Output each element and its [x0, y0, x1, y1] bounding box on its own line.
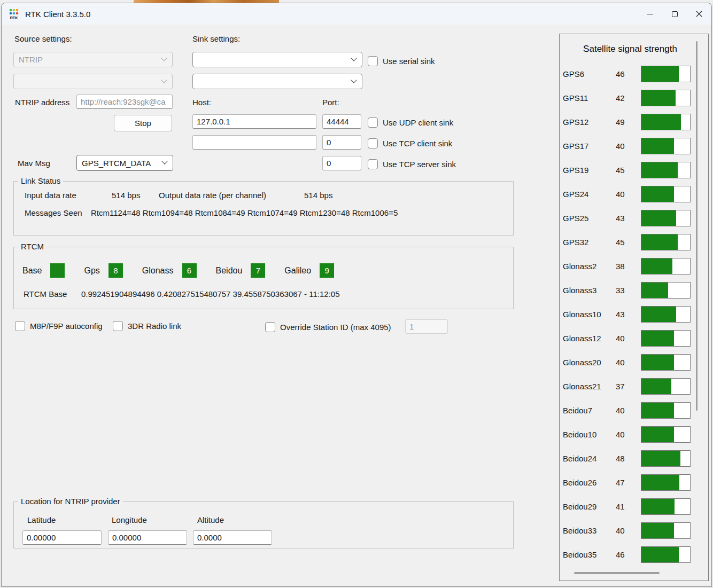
- window-controls: [638, 3, 711, 25]
- satellite-row: GPS12 49: [560, 110, 708, 134]
- rtcm-indicator-label: Beidou: [216, 266, 243, 276]
- minimize-button[interactable]: [638, 3, 662, 25]
- m8p-f9p-autoconfig-checkbox[interactable]: M8P/F9P autoconfig: [15, 321, 103, 331]
- rtcm-indicator-label: Gps: [84, 266, 99, 276]
- satellite-row: GPS6 46: [560, 62, 708, 86]
- satellite-row: Glonass21 37: [560, 374, 708, 398]
- chevron-down-icon: [351, 55, 356, 61]
- satellite-bar-fill: [641, 451, 680, 466]
- use-tcp-server-sink-label: Use TCP server sink: [383, 160, 456, 169]
- rtcm-indicator-box: [50, 263, 65, 278]
- source-port-select[interactable]: [13, 74, 173, 89]
- altitude-input[interactable]: [193, 530, 272, 545]
- link-status-group: Link Status Input data rate 514 bps Outp…: [13, 181, 514, 236]
- satellite-value: 43: [616, 214, 641, 223]
- use-udp-client-sink-label: Use UDP client sink: [383, 118, 453, 127]
- satellite-row: Glonass10 43: [560, 302, 708, 326]
- override-station-id-input[interactable]: [405, 319, 448, 334]
- satellite-value: 40: [616, 142, 641, 151]
- satellite-name: GPS32: [563, 238, 616, 247]
- satellite-name: Beidou24: [563, 454, 616, 463]
- close-button[interactable]: [687, 3, 711, 25]
- satellite-name: GPS24: [563, 190, 616, 199]
- satellite-name: Beidou33: [563, 526, 616, 535]
- 3dr-radio-link-label: 3DR Radio link: [128, 322, 181, 331]
- rtcm-indicators: Base Gps 8 Glonass 6 Beidou 7 Galileo 9: [22, 263, 353, 278]
- rtcm-indicator-box: 8: [108, 263, 123, 278]
- satellite-bar-fill: [641, 258, 672, 274]
- link-status-title: Link Status: [18, 176, 63, 185]
- satellite-signal-bar: [641, 498, 691, 515]
- chevron-down-icon: [161, 77, 167, 83]
- use-tcp-client-sink-label: Use TCP client sink: [383, 139, 452, 148]
- satellite-value: 40: [616, 190, 641, 199]
- satellite-signal-bar: [641, 234, 691, 250]
- override-station-id-label: Override Station ID (max 4095): [280, 323, 391, 332]
- mav-msg-select[interactable]: GPS_RTCM_DATA: [76, 155, 173, 171]
- latitude-input[interactable]: [22, 530, 102, 545]
- rtcm-indicator-box: 7: [251, 263, 265, 278]
- tcp-server-port-input[interactable]: [322, 156, 361, 170]
- horizontal-scrollbar[interactable]: [574, 572, 660, 574]
- sink-serial-port-select[interactable]: [192, 52, 362, 67]
- satellite-name: Beidou10: [563, 430, 616, 439]
- sink-baud-select[interactable]: [192, 74, 362, 89]
- satellite-row: Glonass20 40: [560, 350, 708, 374]
- satellite-bar-fill: [641, 162, 678, 178]
- checkbox-box: [15, 321, 25, 331]
- satellite-bar-fill: [641, 138, 674, 154]
- udp-host-input[interactable]: [192, 114, 316, 129]
- source-type-select[interactable]: NTRIP: [13, 52, 173, 67]
- satellite-bar-fill: [641, 427, 674, 442]
- rtcm-indicator: Glonass 6: [142, 263, 197, 278]
- satellite-value: 45: [616, 166, 641, 175]
- satellite-bar-fill: [641, 379, 671, 394]
- satellite-name: Beidou29: [563, 502, 616, 511]
- vertical-scrollbar[interactable]: [696, 41, 698, 411]
- satellite-signal-bar: [641, 522, 691, 539]
- satellite-name: Beidou35: [563, 550, 616, 559]
- override-station-id-checkbox[interactable]: Override Station ID (max 4095): [265, 322, 391, 332]
- longitude-input[interactable]: [108, 530, 187, 545]
- rtcm-indicator-label: Base: [22, 266, 42, 276]
- ntrip-address-input[interactable]: [76, 95, 173, 109]
- use-serial-sink-label: Use serial sink: [383, 57, 435, 66]
- app-icon: RTK: [8, 8, 20, 20]
- input-data-rate-label: Input data rate: [25, 191, 76, 200]
- satellite-name: Glonass2: [563, 262, 616, 271]
- satellite-signal-bar: [641, 66, 691, 82]
- m8p-f9p-autoconfig-label: M8P/F9P autoconfig: [30, 322, 103, 331]
- rtcm-indicator-label: Galileo: [284, 266, 311, 276]
- use-udp-client-sink-checkbox[interactable]: Use UDP client sink: [368, 117, 453, 128]
- satellite-row: GPS24 40: [560, 182, 708, 206]
- satellite-row: GPS11 42: [560, 86, 708, 110]
- input-data-rate-value: 514 bps: [112, 191, 140, 200]
- checkbox-box: [368, 138, 378, 148]
- satellite-bar-fill: [641, 90, 676, 106]
- satellite-value: 41: [616, 502, 641, 511]
- satellite-signal-bar: [641, 162, 691, 178]
- satellite-signal-bar: [641, 210, 691, 226]
- stop-button[interactable]: Stop: [114, 115, 172, 131]
- udp-port-input[interactable]: [322, 114, 361, 129]
- tcp-client-host-input[interactable]: [192, 135, 316, 150]
- rtcm-indicator: Beidou 7: [216, 263, 266, 278]
- use-serial-sink-checkbox[interactable]: Use serial sink: [368, 56, 435, 66]
- use-tcp-server-sink-checkbox[interactable]: Use TCP server sink: [368, 159, 456, 169]
- satellite-bar-fill: [641, 66, 679, 82]
- chevron-down-icon: [161, 55, 167, 61]
- satellite-row: Glonass12 40: [560, 326, 708, 350]
- rtcm-base-label: RTCM Base: [24, 289, 67, 299]
- satellite-row: Beidou10 40: [560, 422, 708, 446]
- use-tcp-client-sink-checkbox[interactable]: Use TCP client sink: [368, 138, 452, 148]
- satellite-bar-fill: [641, 307, 676, 322]
- satellite-name: Glonass20: [563, 358, 616, 367]
- satellite-row: GPS25 43: [560, 206, 708, 230]
- latitude-label: Latitude: [27, 515, 56, 524]
- maximize-button[interactable]: [662, 3, 687, 25]
- 3dr-radio-link-checkbox[interactable]: 3DR Radio link: [113, 321, 181, 331]
- tcp-client-port-input[interactable]: [322, 135, 361, 150]
- stop-button-label: Stop: [135, 119, 151, 128]
- satellite-bar-fill: [641, 355, 674, 370]
- location-title: Location for NTRIP provider: [18, 497, 123, 506]
